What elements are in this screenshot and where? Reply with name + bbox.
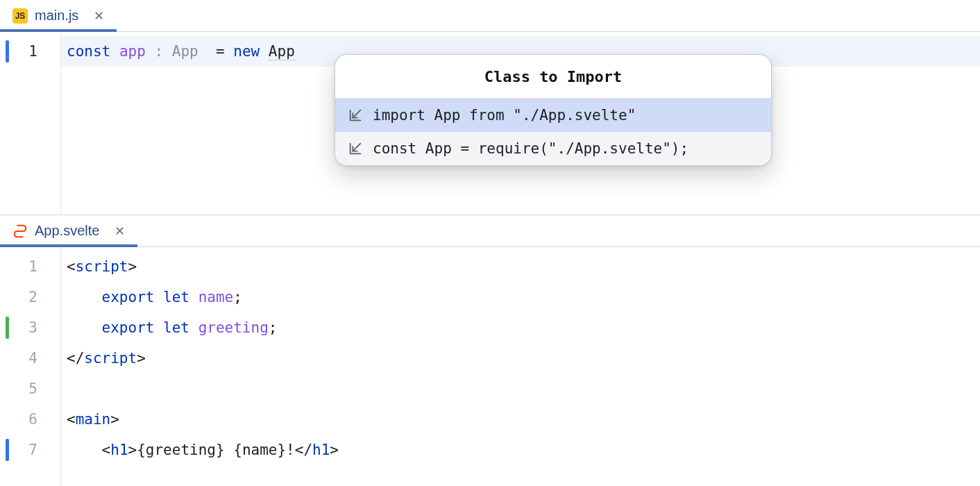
vcs-added-mark [6, 317, 9, 339]
tab-label: App.svelte [35, 223, 99, 239]
tabbar-bottom: App.svelte ✕ [0, 215, 980, 247]
svg-line-0 [353, 110, 360, 118]
gutter-strip [0, 32, 6, 215]
popup-title: Class to Import [335, 55, 771, 99]
tabbar-top: JS main.js ✕ [0, 0, 980, 32]
line-number: 3 [6, 312, 60, 343]
gutter-bottom: 1 2 3 4 5 6 7 [6, 247, 61, 486]
editor-pane-appsvelte: App.svelte ✕ 1 2 3 4 5 6 7 <script> expo… [0, 215, 980, 486]
line-number: 1 [6, 251, 60, 282]
identifier-App: App [269, 43, 295, 60]
code-bottom[interactable]: <script> export let name; export let gre… [61, 247, 980, 486]
keyword-const: const [67, 43, 110, 60]
gutter-strip [0, 247, 6, 486]
code-line[interactable]: <script> [61, 251, 980, 282]
line-number: 6 [6, 404, 60, 435]
popup-item-require[interactable]: const App = require("./App.svelte"); [335, 132, 771, 165]
close-icon[interactable]: ✕ [94, 10, 104, 22]
identifier-app: app [119, 43, 146, 60]
close-icon[interactable]: ✕ [115, 225, 125, 237]
vcs-modified-mark [6, 439, 9, 461]
line-number-value: 1 [28, 43, 37, 60]
type-hint: : App [146, 43, 208, 60]
editor-bottom[interactable]: 1 2 3 4 5 6 7 <script> export let name; … [0, 247, 980, 486]
import-into-icon [348, 141, 363, 156]
code-line[interactable]: export let name; [61, 282, 980, 312]
code-line[interactable] [61, 374, 980, 404]
js-file-icon: JS [12, 8, 28, 24]
code-top[interactable]: const app : App = new App Class to Impor… [61, 32, 980, 215]
popup-item-text: import App from "./App.svelte" [373, 107, 636, 124]
line-number: 2 [6, 282, 60, 312]
tab-appsvelte[interactable]: App.svelte ✕ [0, 215, 137, 246]
code-line[interactable]: </script> [61, 343, 980, 374]
line-number: 5 [6, 374, 60, 404]
tab-mainjs[interactable]: JS main.js ✕ [0, 0, 117, 31]
equals: = [207, 43, 233, 60]
editor-top[interactable]: 1 const app : App = new App Class to Imp… [0, 32, 980, 215]
svelte-file-icon [12, 224, 28, 239]
tab-label: main.js [35, 8, 78, 24]
popup-item-import[interactable]: import App from "./App.svelte" [335, 99, 771, 132]
editor-caret-mark [6, 40, 9, 62]
keyword-new: new [233, 43, 260, 60]
line-number: 1 [6, 36, 60, 67]
line-number: 4 [6, 343, 60, 374]
import-into-icon [348, 108, 363, 123]
line-number: 7 [6, 435, 60, 465]
svg-line-1 [353, 144, 360, 151]
code-line[interactable]: <h1>{greeting} {name}!</h1> [61, 435, 980, 465]
editor-pane-mainjs: JS main.js ✕ 1 const app : App = new App… [0, 0, 980, 215]
popup-item-text: const App = require("./App.svelte"); [373, 140, 688, 157]
code-line[interactable]: export let greeting; [61, 312, 980, 343]
import-popup: Class to Import import App from "./App.s… [335, 54, 772, 166]
gutter-top: 1 [6, 32, 61, 215]
code-line[interactable]: <main> [61, 404, 980, 435]
